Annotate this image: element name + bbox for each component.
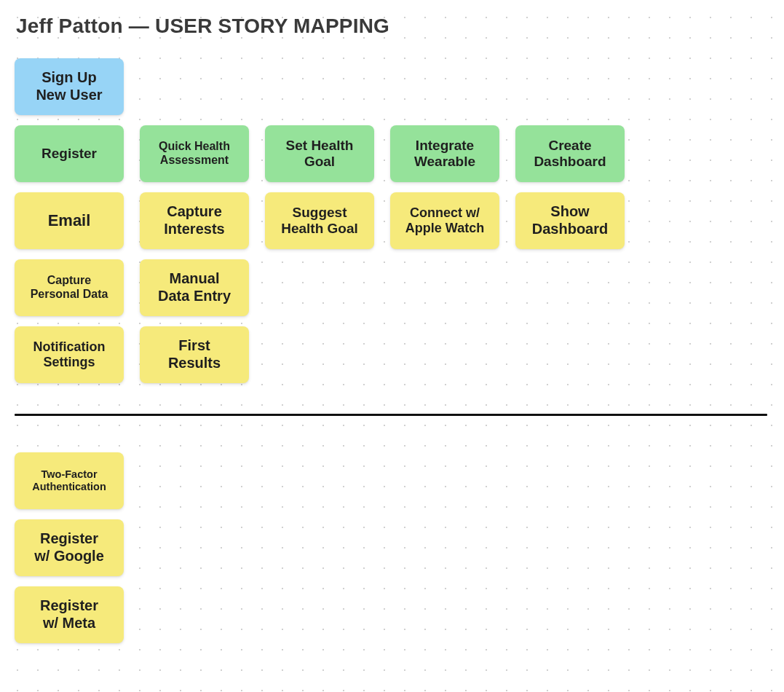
details-row-1: Email Capture Interests Suggest Health G… (15, 192, 769, 249)
story-card-suggest-goal[interactable]: Suggest Health Goal (265, 192, 374, 249)
activity-card[interactable]: Sign Up New User (15, 58, 124, 115)
step-card-quick-health[interactable]: Quick Health Assessment (140, 125, 249, 182)
story-card-manual-data-entry[interactable]: Manual Data Entry (140, 259, 249, 316)
activities-row: Sign Up New User (15, 58, 769, 115)
page-title: Jeff Patton — USER STORY MAPPING (16, 15, 769, 38)
backlog-row-3: Register w/ Meta (15, 586, 769, 643)
story-card-notification-settings[interactable]: Notification Settings (15, 326, 124, 383)
step-card-register[interactable]: Register (15, 125, 124, 182)
step-card-integrate-wearable[interactable]: Integrate Wearable (390, 125, 499, 182)
story-card-email[interactable]: Email (15, 192, 124, 249)
backlog-row-2: Register w/ Google (15, 519, 769, 576)
backlog-row-1: Two-Factor Authentication (15, 452, 769, 509)
story-card-capture-interests[interactable]: Capture Interests (140, 192, 249, 249)
story-card-connect-apple-watch[interactable]: Connect w/ Apple Watch (390, 192, 499, 249)
steps-row: Register Quick Health Assessment Set Hea… (15, 125, 769, 182)
step-card-set-goal[interactable]: Set Health Goal (265, 125, 374, 182)
step-card-create-dashboard[interactable]: Create Dashboard (515, 125, 625, 182)
story-card-first-results[interactable]: First Results (140, 326, 249, 383)
story-card-two-factor-auth[interactable]: Two-Factor Authentication (15, 452, 124, 509)
story-map-board: Sign Up New User Register Quick Health A… (15, 58, 769, 643)
details-row-2: Capture Personal Data Manual Data Entry (15, 259, 769, 316)
story-card-capture-personal-data[interactable]: Capture Personal Data (15, 259, 124, 316)
story-card-show-dashboard[interactable]: Show Dashboard (515, 192, 625, 249)
story-card-register-meta[interactable]: Register w/ Meta (15, 586, 124, 643)
release-divider (15, 414, 767, 416)
details-row-3: Notification Settings First Results (15, 326, 769, 383)
story-card-register-google[interactable]: Register w/ Google (15, 519, 124, 576)
